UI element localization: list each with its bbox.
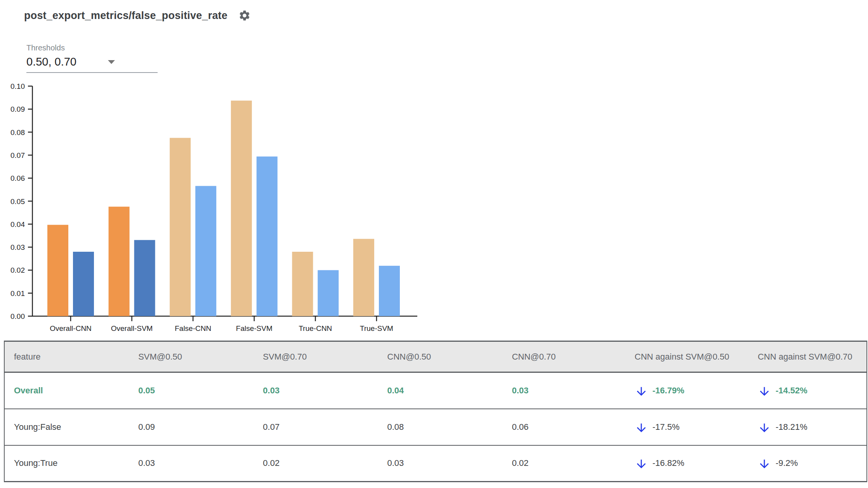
table-row[interactable]: Overall0.050.030.040.03-16.79%-14.52% [4,372,867,409]
y-axis-tick-label: 0.01 [10,289,25,298]
down-arrow-icon [758,421,771,435]
comparison-percent: -9.2% [776,458,798,468]
table-row[interactable]: Young:False0.090.070.080.06-17.5%-18.21% [4,409,867,445]
y-axis-tick-label: 0.07 [10,151,25,159]
bar-True-CNN-threshold-0.50[interactable] [292,252,313,316]
bar-False-SVM-threshold-0.50[interactable] [231,100,252,316]
feature-cell: Young:True [4,445,129,482]
down-arrow-icon [635,457,648,471]
dropdown-caret-icon [108,60,115,64]
x-axis-category-label: True-SVM [360,324,393,332]
thresholds-label: Thresholds [26,43,158,52]
column-header-svm-0-70: SVM@0.70 [253,341,378,372]
comparison-percent: -14.52% [776,386,807,396]
feature-cell: Young:False [4,409,129,445]
bar-True-SVM-threshold-0.70[interactable] [379,266,400,316]
metric-value-cell: 0.08 [378,409,503,445]
metric-value-cell: 0.04 [378,372,503,409]
down-arrow-icon [635,384,648,398]
thresholds-select[interactable]: Thresholds 0.50, 0.70 [26,43,158,73]
y-axis-tick-label: 0.10 [10,82,25,90]
y-axis-tick-label: 0.06 [10,174,25,182]
y-axis-tick-label: 0.05 [10,197,25,206]
bar-False-CNN-threshold-0.70[interactable] [195,186,216,316]
bar-Overall-SVM-threshold-0.70[interactable] [134,240,155,316]
comparison-percent: -18.21% [776,422,807,432]
comparison-cell: -16.79% [625,372,748,409]
title-row: post_export_metrics/false_positive_rate [24,9,251,22]
table-row[interactable]: Young:True0.030.020.030.02-16.82%-9.2% [4,445,867,482]
comparison-cell: -14.52% [748,372,867,409]
comparison-cell: -9.2% [748,445,867,482]
x-axis-category-label: False-SVM [236,324,273,332]
x-axis-category-label: False-CNN [175,324,211,332]
bar-False-CNN-threshold-0.50[interactable] [170,138,191,316]
metric-value-cell: 0.03 [129,445,253,482]
metric-value-cell: 0.02 [503,445,625,482]
metrics-table: featureSVM@0.50SVM@0.70CNN@0.50CNN@0.70C… [4,341,867,482]
bar-False-SVM-threshold-0.70[interactable] [257,156,278,316]
x-axis-category-label: Overall-CNN [50,324,92,332]
y-axis-tick-label: 0.03 [10,243,25,251]
bar-True-CNN-threshold-0.70[interactable] [318,270,339,316]
bar-Overall-CNN-threshold-0.50[interactable] [47,225,68,316]
thresholds-value: 0.50, 0.70 [26,55,76,68]
column-header-svm-0-50: SVM@0.50 [129,341,253,372]
x-axis-category-label: Overall-SVM [111,324,153,332]
metric-value-cell: 0.02 [253,445,378,482]
column-header-feature: feature [4,341,129,372]
comparison-percent: -16.79% [653,386,684,396]
x-axis-category-label: True-CNN [299,324,332,332]
metric-value-cell: 0.03 [503,372,625,409]
bar-Overall-SVM-threshold-0.50[interactable] [109,207,130,316]
down-arrow-icon [758,457,771,471]
false-positive-rate-bar-chart: 0.000.010.020.030.040.050.060.070.080.09… [0,78,435,341]
down-arrow-icon [758,384,771,398]
y-axis-tick-label: 0.02 [10,266,25,274]
bar-True-SVM-threshold-0.50[interactable] [353,239,374,316]
y-axis-tick-label: 0.09 [10,105,25,113]
bar-Overall-CNN-threshold-0.70[interactable] [73,252,94,316]
metric-value-cell: 0.09 [129,409,253,445]
y-axis-tick-label: 0.00 [10,312,25,320]
comparison-cell: -17.5% [625,409,748,445]
column-header-cnn-0-50: CNN@0.50 [378,341,503,372]
page-title: post_export_metrics/false_positive_rate [24,10,227,22]
metric-value-cell: 0.06 [503,409,625,445]
metric-panel: post_export_metrics/false_positive_rate … [0,0,868,488]
comparison-cell: -16.82% [625,445,748,482]
metric-value-cell: 0.03 [378,445,503,482]
column-header-cnn-against-svm-0-50: CNN against SVM@0.50 [625,341,748,372]
column-header-cnn-0-70: CNN@0.70 [503,341,625,372]
metric-value-cell: 0.07 [253,409,378,445]
metric-value-cell: 0.03 [253,372,378,409]
comparison-cell: -18.21% [748,409,867,445]
y-axis-tick-label: 0.04 [10,220,25,228]
comparison-percent: -16.82% [653,458,684,468]
down-arrow-icon [635,421,648,435]
metric-value-cell: 0.05 [129,372,253,409]
settings-gear-icon[interactable] [238,9,251,22]
comparison-percent: -17.5% [653,422,680,432]
table-header: featureSVM@0.50SVM@0.70CNN@0.50CNN@0.70C… [4,341,867,372]
y-axis-tick-label: 0.08 [10,128,25,137]
column-header-cnn-against-svm-0-70: CNN against SVM@0.70 [748,341,867,372]
feature-cell: Overall [4,372,129,409]
